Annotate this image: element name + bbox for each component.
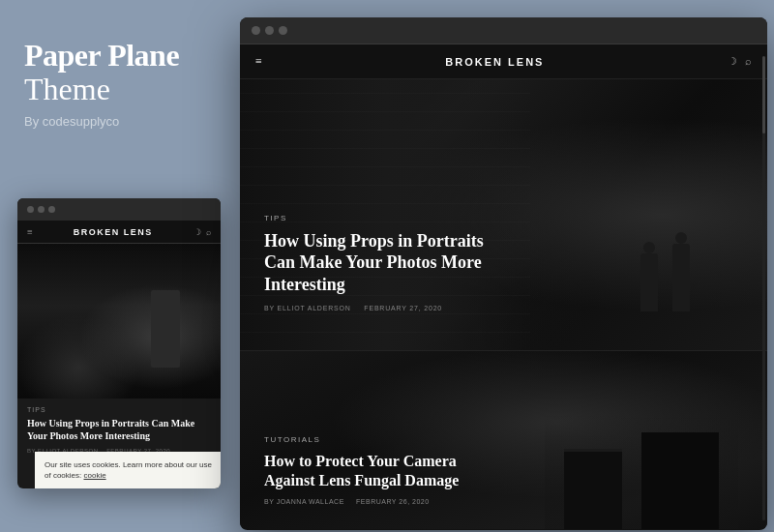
second-tag: TUTORIALS bbox=[264, 435, 506, 444]
browser-titlebar bbox=[240, 17, 767, 44]
blog-header: ≡ BROKEN LENS ☽ ⌕ bbox=[240, 44, 767, 79]
theme-title-line2: Theme bbox=[24, 73, 218, 106]
browser-dot-2 bbox=[265, 26, 274, 35]
hero-title: How Using Props in Portraits Can Make Yo… bbox=[264, 230, 516, 296]
hero-tag: TIPS bbox=[264, 214, 516, 222]
hero-date: FEBRUARY 27, 2020 bbox=[364, 305, 442, 311]
scrollbar-thumb[interactable] bbox=[762, 56, 765, 133]
theme-by: By codesupplyco bbox=[24, 114, 218, 129]
browser-dot-1 bbox=[252, 26, 260, 35]
browser-dot-3 bbox=[279, 26, 287, 35]
blog-hamburger-icon[interactable]: ≡ bbox=[255, 54, 262, 69]
hero-meta: BY ELLIOT ALDERSON FEBRUARY 27, 2020 bbox=[264, 305, 516, 311]
small-brand: BROKEN LENS bbox=[74, 227, 153, 237]
cookie-notice: Our site uses cookies. Learn more about … bbox=[35, 452, 221, 488]
dark-mode-icon[interactable]: ☽ bbox=[728, 55, 737, 68]
hero-author: BY ELLIOT ALDERSON bbox=[264, 305, 351, 311]
small-preview-card: ≡ BROKEN LENS ☽ ⌕ TIPS How Using Props i… bbox=[17, 198, 221, 488]
hero-content: TIPS How Using Props in Portraits Can Ma… bbox=[264, 214, 516, 312]
second-article[interactable]: TUTORIALS How to Protect Your Camera Aga… bbox=[240, 350, 767, 529]
cookie-link[interactable]: cookie bbox=[83, 471, 105, 480]
second-title: How to Protect Your Camera Against Lens … bbox=[264, 452, 506, 490]
search-icon[interactable]: ⌕ bbox=[745, 55, 752, 68]
moon-icon: ☽ bbox=[194, 227, 201, 237]
search-icon-small: ⌕ bbox=[206, 227, 211, 237]
hamburger-icon: ≡ bbox=[27, 226, 33, 237]
street-photo bbox=[17, 244, 221, 399]
dot-1 bbox=[27, 206, 34, 213]
walking-figures bbox=[640, 253, 690, 311]
small-header: ≡ BROKEN LENS ☽ ⌕ bbox=[17, 221, 221, 244]
blog-header-right: ☽ ⌕ bbox=[728, 55, 752, 68]
second-content: TUTORIALS How to Protect Your Camera Aga… bbox=[264, 435, 506, 505]
dot-2 bbox=[38, 206, 45, 213]
scrollbar[interactable] bbox=[762, 56, 765, 520]
small-header-icons: ☽ ⌕ bbox=[194, 227, 211, 237]
dot-3 bbox=[48, 206, 55, 213]
browser-window: ≡ BROKEN LENS ☽ ⌕ TIPS How Using Props i… bbox=[240, 17, 767, 530]
cookie-text: Our site uses cookies. Learn more about … bbox=[45, 459, 216, 481]
theme-title-line1: Paper Plane bbox=[24, 39, 218, 73]
second-meta: BY JOANNA WALLACE FEBRUARY 26, 2020 bbox=[264, 498, 506, 505]
small-tag: TIPS bbox=[27, 406, 211, 413]
hero-article[interactable]: TIPS How Using Props in Portraits Can Ma… bbox=[240, 79, 767, 350]
second-author: BY JOANNA WALLACE bbox=[264, 498, 344, 505]
second-date: FEBRUARY 26, 2020 bbox=[356, 498, 430, 505]
small-hero-image bbox=[17, 244, 221, 399]
figure-1 bbox=[640, 253, 658, 311]
card-dots bbox=[17, 198, 221, 221]
figure-2 bbox=[672, 244, 690, 311]
small-title: How Using Props in Portraits Can Make Yo… bbox=[27, 417, 211, 442]
building-silhouette bbox=[545, 413, 738, 529]
blog-brand: BROKEN LENS bbox=[445, 56, 544, 68]
